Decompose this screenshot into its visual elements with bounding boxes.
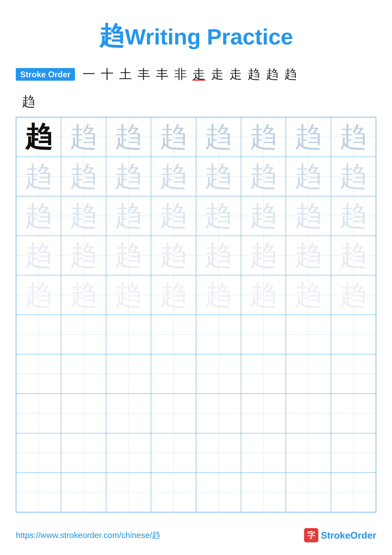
cell-char: 趋: [115, 241, 142, 269]
grid-cell-r8c8[interactable]: [331, 394, 376, 433]
cell-char: 趋: [115, 163, 142, 190]
cell-char: 趋: [70, 163, 97, 190]
grid-cell-r4c4[interactable]: 趋: [151, 236, 196, 275]
grid-cell-r5c4[interactable]: 趋: [151, 275, 196, 315]
grid-cell-r9c5[interactable]: [196, 433, 241, 473]
grid-cell-r6c2[interactable]: [61, 315, 106, 354]
grid-cell-r4c2[interactable]: 趋: [61, 236, 106, 275]
grid-cell-r5c1[interactable]: 趋: [16, 275, 61, 315]
grid-cell-r10c4[interactable]: [151, 473, 196, 512]
grid-cell-r3c1[interactable]: 趋: [16, 196, 61, 236]
grid-cell-r5c2[interactable]: 趋: [61, 275, 106, 315]
grid-cell-r6c8[interactable]: [331, 315, 376, 354]
grid-cell-r9c7[interactable]: [286, 433, 331, 473]
grid-cell-r10c5[interactable]: [196, 473, 241, 512]
grid-cell-r6c3[interactable]: [106, 315, 151, 354]
grid-cell-r6c4[interactable]: [151, 315, 196, 354]
grid-cell-r8c1[interactable]: [16, 394, 61, 433]
grid-cell-r6c6[interactable]: [241, 315, 286, 354]
grid-cell-r7c3[interactable]: [106, 354, 151, 394]
cell-char: 趋: [115, 281, 142, 309]
grid-cell-r9c4[interactable]: [151, 433, 196, 473]
footer-logo-order: Order: [350, 530, 376, 540]
grid-cell-r7c5[interactable]: [196, 354, 241, 394]
grid-cell-r1c2[interactable]: 趋: [61, 117, 106, 157]
cell-char: 趋: [340, 202, 367, 230]
grid-cell-r4c6[interactable]: 趋: [241, 236, 286, 275]
grid-cell-r2c4[interactable]: 趋: [151, 157, 196, 196]
grid-cell-r8c2[interactable]: [61, 394, 106, 433]
cell-char: 趋: [115, 123, 142, 151]
footer: https://www.strokeorder.com/chinese/趋 字 …: [16, 528, 376, 542]
grid-cell-r1c1[interactable]: 趋: [16, 117, 61, 157]
grid-cell-r2c6[interactable]: 趋: [241, 157, 286, 196]
grid-cell-r10c3[interactable]: [106, 473, 151, 512]
grid-cell-r7c6[interactable]: [241, 354, 286, 394]
grid-cell-r2c3[interactable]: 趋: [106, 157, 151, 196]
grid-cell-r6c1[interactable]: [16, 315, 61, 354]
grid-cell-r7c1[interactable]: [16, 354, 61, 394]
grid-cell-r5c8[interactable]: 趋: [331, 275, 376, 315]
grid-cell-r9c1[interactable]: [16, 433, 61, 473]
stroke-order-line2: 趋: [19, 92, 376, 110]
grid-cell-r3c8[interactable]: 趋: [331, 196, 376, 236]
grid-cell-r10c8[interactable]: [331, 473, 376, 512]
grid-cell-r9c3[interactable]: [106, 433, 151, 473]
grid-cell-r2c8[interactable]: 趋: [331, 157, 376, 196]
grid-cell-r3c4[interactable]: 趋: [151, 196, 196, 236]
cell-char: 趋: [70, 202, 97, 230]
footer-logo-icon: 字: [304, 528, 318, 542]
stroke-step-9: 走: [229, 66, 242, 83]
grid-cell-r10c7[interactable]: [286, 473, 331, 512]
grid-cell-r3c7[interactable]: 趋: [286, 196, 331, 236]
grid-cell-r7c7[interactable]: [286, 354, 331, 394]
grid-cell-r2c7[interactable]: 趋: [286, 157, 331, 196]
grid-cell-r1c5[interactable]: 趋: [196, 117, 241, 157]
grid-cell-r10c2[interactable]: [61, 473, 106, 512]
grid-cell-r4c3[interactable]: 趋: [106, 236, 151, 275]
grid-cell-r1c6[interactable]: 趋: [241, 117, 286, 157]
grid-cell-r7c8[interactable]: [331, 354, 376, 394]
footer-logo-text: StrokeOrder: [321, 530, 376, 541]
grid-cell-r8c7[interactable]: [286, 394, 331, 433]
grid-cell-r9c2[interactable]: [61, 433, 106, 473]
stroke-step-6: 非: [174, 66, 187, 83]
grid-cell-r1c3[interactable]: 趋: [106, 117, 151, 157]
grid-cell-r8c6[interactable]: [241, 394, 286, 433]
grid-cell-r1c8[interactable]: 趋: [331, 117, 376, 157]
grid-cell-r10c6[interactable]: [241, 473, 286, 512]
grid-cell-r5c6[interactable]: 趋: [241, 275, 286, 315]
grid-cell-r6c5[interactable]: [196, 315, 241, 354]
stroke-step-3: 土: [119, 66, 132, 83]
grid-cell-r2c1[interactable]: 趋: [16, 157, 61, 196]
grid-cell-r9c8[interactable]: [331, 433, 376, 473]
grid-cell-r5c5[interactable]: 趋: [196, 275, 241, 315]
stroke-step-8: 走: [211, 66, 224, 83]
grid-cell-r6c7[interactable]: [286, 315, 331, 354]
cell-char: 趋: [160, 163, 187, 190]
grid-cell-r2c5[interactable]: 趋: [196, 157, 241, 196]
grid-cell-r3c6[interactable]: 趋: [241, 196, 286, 236]
stroke-step-4: 丰: [138, 66, 150, 83]
grid-cell-r8c5[interactable]: [196, 394, 241, 433]
grid-cell-r7c4[interactable]: [151, 354, 196, 394]
grid-cell-r3c2[interactable]: 趋: [61, 196, 106, 236]
grid-cell-r5c3[interactable]: 趋: [106, 275, 151, 315]
grid-cell-r3c5[interactable]: 趋: [196, 196, 241, 236]
grid-cell-r10c1[interactable]: [16, 473, 61, 512]
grid-cell-r1c4[interactable]: 趋: [151, 117, 196, 157]
grid-cell-r3c3[interactable]: 趋: [106, 196, 151, 236]
grid-cell-r2c2[interactable]: 趋: [61, 157, 106, 196]
page: 趋 Writing Practice Stroke Order 一 十 土 丰 …: [0, 0, 392, 555]
grid-cell-r5c7[interactable]: 趋: [286, 275, 331, 315]
grid-cell-r4c5[interactable]: 趋: [196, 236, 241, 275]
grid-cell-r9c6[interactable]: [241, 433, 286, 473]
grid-cell-r8c3[interactable]: [106, 394, 151, 433]
grid-cell-r8c4[interactable]: [151, 394, 196, 433]
grid-cell-r1c7[interactable]: 趋: [286, 117, 331, 157]
grid-cell-r4c8[interactable]: 趋: [331, 236, 376, 275]
grid-cell-r4c7[interactable]: 趋: [286, 236, 331, 275]
footer-url[interactable]: https://www.strokeorder.com/chinese/趋: [16, 530, 160, 541]
grid-cell-r7c2[interactable]: [61, 354, 106, 394]
grid-cell-r4c1[interactable]: 趋: [16, 236, 61, 275]
